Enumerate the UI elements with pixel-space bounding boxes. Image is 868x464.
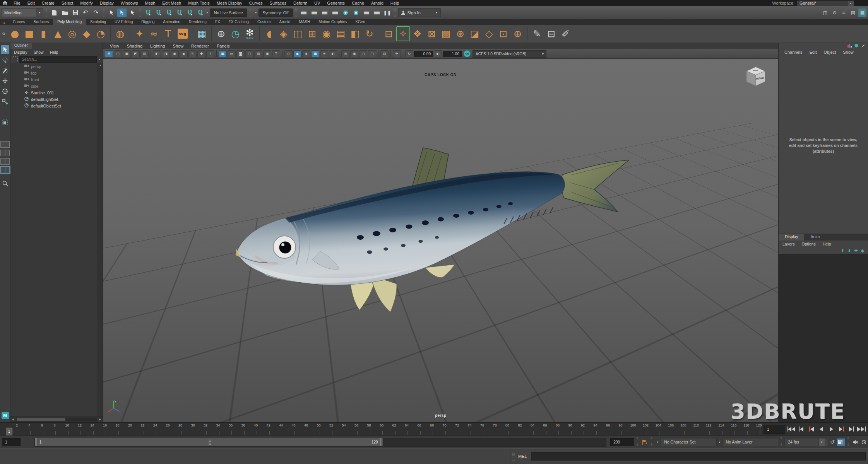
renderer-select-icon[interactable]: A — [105, 50, 113, 57]
last-tool-used[interactable] — [1, 118, 9, 126]
smooth-icon[interactable]: ▤ — [334, 26, 348, 41]
svg-tool-icon[interactable]: svg — [175, 26, 190, 41]
outliner-item-sardine-001[interactable]: ❖Sardine_001 — [10, 89, 103, 96]
poly-torus-icon[interactable]: ◎ — [65, 26, 79, 41]
poly-cube-icon[interactable]: ■ — [22, 26, 36, 41]
frame-81-82[interactable]: 82 — [508, 423, 521, 435]
frame-97-98[interactable]: 98 — [609, 423, 622, 435]
section-grip[interactable] — [394, 8, 396, 17]
pause-viewport-icon[interactable]: ❚❚ — [383, 9, 392, 17]
frame-67-68[interactable]: 68 — [421, 423, 433, 435]
bounding-box-icon[interactable]: ⊡ — [496, 26, 510, 41]
refresh-exposure-icon[interactable]: ↻ — [405, 50, 413, 57]
wireframe-icon[interactable]: ◇ — [284, 50, 293, 57]
pivot-icon[interactable]: ✚ — [197, 50, 205, 57]
snap-view-plane-icon[interactable] — [185, 9, 194, 17]
section-grip[interactable] — [847, 437, 849, 447]
shadows-icon[interactable]: ◐ — [329, 50, 337, 57]
render-view-icon[interactable] — [299, 9, 308, 17]
remesh-icon[interactable]: ⊛ — [453, 26, 467, 41]
textured-icon[interactable]: ▩ — [311, 50, 319, 57]
frame-61-62[interactable]: 62 — [383, 423, 395, 435]
frame-77-78[interactable]: 78 — [483, 423, 496, 435]
viewport-canvas[interactable]: CAPS LOCK ON RIGHT persp y — [103, 59, 778, 422]
anim-layer-dropdown[interactable]: No Anim Layer — [722, 438, 779, 446]
frame-113-114[interactable]: 114 — [710, 423, 722, 435]
scroll-up-icon[interactable]: ▲ — [99, 64, 102, 67]
workspace-dropdown[interactable]: General* ▼ — [797, 0, 854, 6]
menu-curves[interactable]: Curves — [246, 0, 266, 6]
snap-curve-icon[interactable] — [154, 9, 163, 17]
shelf-tab-arnold[interactable]: Arnold — [275, 19, 294, 25]
snap-make-live-icon[interactable] — [195, 9, 205, 17]
frame-93-94[interactable]: 94 — [584, 423, 597, 435]
workspace-stack-icon[interactable]: ◫ — [821, 9, 829, 17]
shelf-tab-custom[interactable]: Custom — [253, 19, 275, 25]
frame-87-88[interactable]: 88 — [546, 423, 559, 435]
viewport-menu-shading[interactable]: Shading — [123, 44, 146, 48]
pencil-curve-icon[interactable]: ✐ — [558, 26, 573, 41]
shelf-tab-rigging[interactable]: Rigging — [137, 19, 159, 25]
layout-four-pane[interactable] — [0, 150, 10, 156]
play-forwards-button[interactable] — [827, 425, 835, 433]
menu-create[interactable]: Create — [38, 0, 58, 6]
mirror-icon[interactable]: ◫ — [291, 26, 305, 41]
poly-cylinder-icon[interactable]: ▮ — [36, 26, 51, 41]
platonic-solid-icon[interactable]: ◍ — [113, 26, 127, 41]
frame-21-22[interactable]: 22 — [131, 423, 144, 435]
animation-preferences-icon[interactable] — [837, 438, 845, 446]
outliner-title[interactable]: Outliner — [10, 43, 32, 49]
gate-mask-icon[interactable]: ▢ — [245, 50, 253, 57]
anti-alias-icon[interactable]: ○ — [359, 50, 367, 57]
frame-23-24[interactable]: 24 — [144, 423, 157, 435]
play-backwards-button[interactable] — [817, 425, 825, 433]
maya-home-icon[interactable] — [0, 1, 10, 6]
frame-103-104[interactable]: 104 — [647, 423, 660, 435]
lock-camera-icon[interactable]: ◨ — [162, 50, 170, 57]
new-scene-icon[interactable] — [50, 9, 59, 17]
shelf-tab-fx-caching[interactable]: FX Caching — [224, 19, 253, 25]
menu-edit[interactable]: Edit — [24, 0, 38, 6]
fps-dropdown[interactable]: 24 fps ▼ — [784, 438, 828, 446]
symmetrize-icon[interactable]: ⊕ — [510, 26, 525, 41]
attribute-list-icon[interactable]: ▤ — [849, 9, 857, 17]
fill-hole-icon[interactable]: ◪ — [467, 26, 482, 41]
shelf-tab-rendering[interactable]: Rendering — [185, 19, 211, 25]
chevron-down-icon[interactable]: ▼ — [435, 11, 438, 14]
mute-audio-icon[interactable] — [851, 438, 860, 446]
chevron-down-icon[interactable]: ▼ — [98, 58, 101, 61]
frame-27-28[interactable]: 28 — [169, 423, 182, 435]
step-forward-frame-button[interactable] — [847, 425, 856, 433]
menuset-dropdown[interactable]: Modeling ▼ — [1, 8, 43, 17]
safe-action-icon[interactable]: ▣ — [263, 50, 271, 57]
edit-curve-icon[interactable]: ⊟ — [544, 26, 558, 41]
menu-arnold[interactable]: Arnold — [368, 0, 387, 6]
spin-edge-icon[interactable]: ↻ — [362, 26, 377, 41]
paint-effects-icon[interactable] — [372, 9, 382, 17]
pane-option-icon[interactable]: ◩ — [132, 50, 140, 57]
scroll-left-icon[interactable]: ◀ — [10, 418, 15, 421]
ipr-render-icon[interactable] — [320, 9, 329, 17]
viewport-menu-lighting[interactable]: Lighting — [147, 44, 169, 48]
frame-29-30[interactable]: 30 — [181, 423, 194, 435]
frame-115-116[interactable]: 116 — [722, 423, 735, 435]
time-slider[interactable]: 2468101214161820222426283032343638404244… — [0, 422, 868, 435]
menu-edit-mesh[interactable]: Edit Mesh — [159, 0, 185, 6]
menu-modify[interactable]: Modify — [77, 0, 96, 6]
sardine-model[interactable] — [103, 59, 778, 422]
poly-plane-icon[interactable]: ◆ — [79, 26, 94, 41]
frame-31-32[interactable]: 32 — [194, 423, 207, 435]
frame-85-86[interactable]: 86 — [534, 423, 546, 435]
menu-mesh-tools[interactable]: Mesh Tools — [185, 0, 213, 6]
use-all-lights-icon[interactable]: ☀ — [320, 50, 328, 57]
frame-101-102[interactable]: 102 — [634, 423, 647, 435]
layer-menu-layers[interactable]: Layers — [782, 242, 795, 246]
chevron-down-icon[interactable]: ▼ — [540, 53, 546, 55]
chevron-down-icon[interactable]: ▼ — [718, 441, 721, 444]
lasso-select-tool[interactable] — [1, 56, 9, 64]
shelf-tab-surfaces[interactable]: Surfaces — [29, 19, 53, 25]
menu-generate[interactable]: Generate — [324, 0, 348, 6]
character-controls-icon[interactable]: ⊙ — [830, 9, 839, 17]
frame-99-100[interactable]: 100 — [622, 423, 635, 435]
frame-51-52[interactable]: 52 — [320, 423, 333, 435]
